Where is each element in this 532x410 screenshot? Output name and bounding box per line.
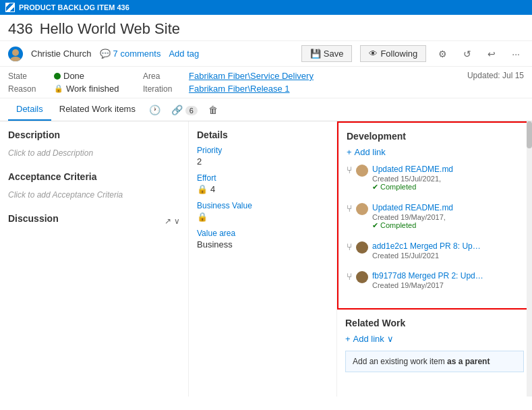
commit-icon-2: ⑂ xyxy=(347,203,352,214)
iteration-label: Iteration xyxy=(143,84,183,94)
reason-field: Reason 🔒 Work finished xyxy=(8,84,143,94)
dev-item-status-1: ✔ Completed xyxy=(372,183,523,192)
collapse-icon[interactable]: ∨ xyxy=(174,216,180,226)
discussion-section-title: Discussion xyxy=(8,213,59,224)
save-button[interactable]: 💾 Save xyxy=(301,45,353,62)
dev-item-link-2[interactable]: Updated README.md xyxy=(372,203,453,212)
gear-icon: ⚙ xyxy=(438,49,447,59)
link-icon: 🔗 xyxy=(171,105,183,115)
priority-label: Priority xyxy=(197,146,328,155)
acceptance-placeholder[interactable]: Click to add Acceptance Criteria xyxy=(8,187,180,202)
dev-avatar-4 xyxy=(356,271,368,283)
svg-point-0 xyxy=(12,49,19,56)
related-work-title: Related Work xyxy=(345,318,524,328)
dev-item: ⑂ Updated README.md Created 19/May/2017,… xyxy=(347,202,523,235)
dev-item-content-2: Updated README.md Created 19/May/2017, ✔… xyxy=(372,202,523,230)
right-panel: Development + Add link ⑂ Updated README.… xyxy=(337,121,532,397)
state-value: Done xyxy=(54,71,84,81)
add-parent-text: Add an existing work item as a parent xyxy=(353,357,490,366)
add-parent-button[interactable]: Add an existing work item as a parent xyxy=(345,351,524,372)
pr-icon-4: ⑂ xyxy=(347,271,352,282)
avatar xyxy=(8,47,23,61)
dev-item-link-3[interactable]: add1e2c1 Merged PR 8: Up… xyxy=(372,241,481,251)
save-icon: 💾 xyxy=(310,49,321,59)
toolbar: Christie Church 💬 7 comments Add tag 💾 S… xyxy=(0,41,532,67)
more-button[interactable]: ··· xyxy=(508,46,524,62)
commit-icon: ⑂ xyxy=(347,165,352,175)
value-area-label: Value area xyxy=(197,229,328,238)
dev-item-link-1[interactable]: Updated README.md xyxy=(372,165,453,174)
header-bar-title: PRODUCT BACKLOG ITEM 436 xyxy=(19,3,129,11)
priority-value[interactable]: 2 xyxy=(197,156,328,167)
value-area-value[interactable]: Business xyxy=(197,239,328,250)
dev-avatar-1 xyxy=(356,165,368,177)
comment-icon: 💬 xyxy=(100,49,111,59)
effort-label: Effort xyxy=(197,173,328,183)
tab-details[interactable]: Details xyxy=(8,98,51,121)
attachments-tab-button[interactable]: 🗑 xyxy=(203,100,223,119)
attachment-icon: 🗑 xyxy=(208,105,218,115)
details-section-title: Details xyxy=(197,129,328,140)
description-placeholder[interactable]: Click to add Description xyxy=(8,146,180,160)
effort-lock-icon: 🔒 xyxy=(197,184,208,194)
plus-icon-related: + xyxy=(345,334,351,344)
dev-item-link-4[interactable]: fb9177d8 Merged PR 2: Upd… xyxy=(372,271,483,281)
dev-item-status-2: ✔ Completed xyxy=(372,221,523,230)
add-related-link-button[interactable]: + Add link ∨ xyxy=(345,334,524,344)
dev-item-content-1: Updated README.md Created 15/Jul/2021, ✔… xyxy=(372,164,523,192)
undo-icon: ↩ xyxy=(487,49,496,59)
reason-text: Work finished xyxy=(66,84,119,94)
business-value-value[interactable]: 🔒 xyxy=(197,212,328,222)
effort-value[interactable]: 🔒 4 xyxy=(197,184,328,194)
area-field: Area Fabrikam Fiber\Service Delivery xyxy=(143,71,314,81)
dev-item-content-3: add1e2c1 Merged PR 8: Up… Created 15/Jul… xyxy=(372,241,523,260)
area-value[interactable]: Fabrikam Fiber\Service Delivery xyxy=(189,71,314,81)
main-content: Description Click to add Description Acc… xyxy=(0,121,532,397)
svg-point-1 xyxy=(10,57,21,61)
comments-link[interactable]: 💬 7 comments xyxy=(100,49,161,59)
links-tab-button[interactable]: 🔗 6 xyxy=(166,100,203,119)
user-name: Christie Church xyxy=(31,49,92,59)
links-count: 6 xyxy=(185,106,198,115)
effort-text: 4 xyxy=(210,184,215,194)
status-dot xyxy=(54,73,61,80)
settings-button[interactable]: ⚙ xyxy=(434,46,451,62)
dev-item-meta-3: Created 15/Jul/2021 xyxy=(372,252,523,260)
dev-avatar-2 xyxy=(356,203,368,215)
related-work-section: Related Work + Add link ∨ Add an existin… xyxy=(337,310,532,380)
iteration-value[interactable]: Fabrikam Fiber\Release 1 xyxy=(189,84,290,94)
undo-button[interactable]: ↩ xyxy=(483,46,500,62)
reason-label: Reason xyxy=(8,84,49,94)
following-button[interactable]: 👁 Following xyxy=(360,45,426,62)
lock-icon: 🔒 xyxy=(54,84,63,93)
dev-item: ⑂ Updated README.md Created 15/Jul/2021,… xyxy=(347,164,523,197)
refresh-button[interactable]: ↺ xyxy=(459,46,475,62)
development-section: Development + Add link ⑂ Updated README.… xyxy=(337,121,532,310)
page-title-area: 436 Hello World Web Site xyxy=(0,15,532,41)
comments-label: 7 comments xyxy=(113,49,161,59)
following-label: Following xyxy=(380,49,417,59)
tab-related-work-items[interactable]: Related Work items xyxy=(51,98,144,121)
dev-item-meta-4: Created 19/May/2017 xyxy=(372,281,523,289)
ellipsis-icon: ··· xyxy=(512,49,520,59)
dev-item-meta-1: Created 15/Jul/2021, xyxy=(372,175,523,183)
iteration-field: Iteration Fabrikam Fiber\Release 1 xyxy=(143,84,314,94)
history-tab-button[interactable]: 🕐 xyxy=(144,100,166,119)
meta-left: State Done Reason 🔒 Work finished xyxy=(8,71,143,94)
development-title: Development xyxy=(347,131,523,142)
discussion-header: Discussion ↗ ∨ xyxy=(8,213,180,229)
meta-row: State Done Reason 🔒 Work finished Area F… xyxy=(0,67,532,98)
add-tag-button[interactable]: Add tag xyxy=(169,49,199,59)
add-dev-link-label: Add link xyxy=(355,147,386,157)
scrollbar-thumb[interactable] xyxy=(527,121,532,148)
scrollbar[interactable] xyxy=(527,121,532,397)
left-panel: Description Click to add Description Acc… xyxy=(0,121,189,397)
tabs-row: Details Related Work items 🕐 🔗 6 🗑 xyxy=(0,98,532,121)
save-label: Save xyxy=(324,49,344,59)
header-bar: PRODUCT BACKLOG ITEM 436 xyxy=(0,0,532,15)
add-dev-link-button[interactable]: + Add link xyxy=(347,147,523,157)
acceptance-section-title: Acceptance Criteria xyxy=(8,171,180,182)
add-related-link-label: Add link xyxy=(353,334,384,344)
state-text: Done xyxy=(63,71,84,81)
expand-icon[interactable]: ↗ xyxy=(165,216,171,226)
